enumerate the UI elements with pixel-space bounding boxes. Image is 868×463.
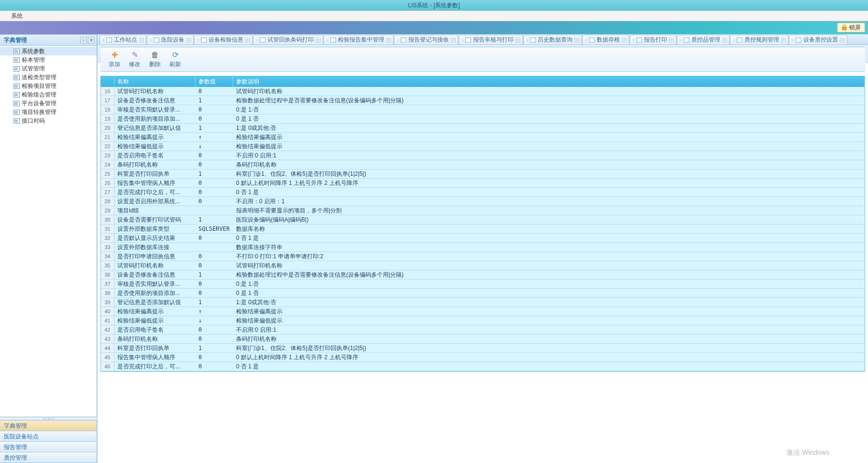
- table-row[interactable]: 25科室是否打印回执单1科室(门诊1、住院2、体检5)是否打印回执单(1|2|5…: [101, 169, 865, 179]
- accordion-item[interactable]: 医院设备站点: [0, 431, 97, 442]
- table-row[interactable]: 23是否启用电子签名0不启用:0 启用:1: [101, 151, 865, 160]
- close-icon[interactable]: ×: [245, 38, 250, 42]
- table-row[interactable]: 45报告集中管理病人顺序00 默认上机时间降序 1 上机号升序 2 上机号降序: [101, 353, 865, 362]
- row-name: 是否完成打印之后，可...: [114, 362, 196, 371]
- sidebar-item[interactable]: 系统参数: [0, 47, 97, 56]
- sidebar-item[interactable]: 项目转换管理: [0, 108, 97, 116]
- tab[interactable]: ‹检验报告集中管理×: [323, 35, 393, 44]
- table-row[interactable]: 41检验结果偏低提示↓检验结果偏低提示: [101, 316, 865, 325]
- add-button[interactable]: ✚ 添加: [104, 48, 125, 70]
- table-row[interactable]: 44科室是否打印回执单1科室(门诊1、住院2、体检5)是否打印回执单(1|2|5…: [101, 344, 865, 353]
- table-row[interactable]: 42是否启用电子签名0不启用:0 启用:1: [101, 325, 865, 335]
- window-titlebar: LIS系统 - [系统参数]: [0, 0, 868, 11]
- table-row[interactable]: 21检验结果偏高提示↑检验结果偏高提示: [101, 133, 865, 142]
- table-row[interactable]: 33设置外部数据库连接数据库连接字符串: [101, 243, 865, 252]
- edit-button[interactable]: ✎ 修改: [125, 48, 145, 70]
- tab[interactable]: ‹质控规则管理×: [730, 35, 788, 44]
- table-row[interactable]: 46是否完成打印之后，可...00 否 1 是: [101, 362, 865, 371]
- grid-header-name[interactable]: 名称: [114, 76, 196, 87]
- table-row[interactable]: 32是否默认显示历史结果00 否 1 是: [101, 234, 865, 243]
- tab[interactable]: ‹数据存根×: [582, 35, 629, 44]
- close-icon[interactable]: ×: [186, 38, 191, 42]
- table-row[interactable]: 34是否打印申请回执信息0不打印:0 打印:1 申请单申请打印:2: [101, 252, 865, 261]
- sidebar-item[interactable]: 检验组合管理: [0, 90, 97, 99]
- table-row[interactable]: 35试管码打印机名称0试管码打印机名称: [101, 261, 865, 270]
- table-row[interactable]: 43条码打印机名称0条码打印机名称: [101, 335, 865, 344]
- tab[interactable]: ‹设备检验信息×: [194, 35, 252, 44]
- tab[interactable]: ‹质控品管理×: [677, 35, 729, 44]
- table-row[interactable]: 17设备是否修改备注信息1检验数据处理过程中是否需要修改备注信息(设备编码多个用…: [101, 96, 865, 105]
- close-icon[interactable]: ×: [722, 38, 727, 42]
- row-desc: 检验结果偏高提示: [233, 307, 865, 316]
- tab[interactable]: ‹设备质控设置×: [789, 35, 847, 44]
- table-row[interactable]: 20登记信息是否添加默认值11:是 0或其他:否: [101, 124, 865, 133]
- close-icon[interactable]: ×: [386, 38, 391, 42]
- row-number: 45: [101, 353, 114, 362]
- grid-header-handle: [101, 76, 114, 87]
- table-row[interactable]: 26报告集中管理病人顺序00 默认上机时间降序 1 上机号升序 2 上机号降序: [101, 179, 865, 188]
- chevron-left-icon: ‹: [103, 38, 104, 42]
- tab[interactable]: ‹报告打印×: [630, 35, 676, 44]
- row-name: 检验结果偏低提示: [114, 142, 196, 151]
- tab[interactable]: ‹报告登记与接收×: [394, 35, 458, 44]
- close-icon[interactable]: ×: [574, 38, 579, 42]
- tab[interactable]: ‹报告审核与打印×: [459, 35, 523, 44]
- close-icon[interactable]: ×: [516, 38, 520, 42]
- row-value: 0: [196, 87, 233, 96]
- collapse-down-icon[interactable]: ▾: [88, 37, 95, 43]
- close-icon[interactable]: ×: [840, 38, 845, 42]
- table-row[interactable]: 38是否使用新的项目添加...00 是 1 否: [101, 289, 865, 298]
- collapse-left-icon[interactable]: ‹: [80, 37, 87, 43]
- accordion-item[interactable]: 质控管理: [0, 452, 97, 463]
- sidebar-item[interactable]: 标本管理: [0, 56, 97, 64]
- row-name: 是否完成打印之后，可...: [114, 188, 196, 196]
- grid-body[interactable]: 16试管码打印机名称0试管码打印机名称17设备是否修改备注信息1检验数据处理过程…: [101, 87, 865, 371]
- table-row[interactable]: 36设备是否修改备注信息1检验数据处理过程中是否需要修改备注信息(设备编码多个用…: [101, 270, 865, 280]
- chevron-left-icon: ‹: [197, 38, 199, 42]
- row-value: SQLSERVER: [196, 224, 233, 233]
- lock-screen-button[interactable]: 锁屏: [837, 23, 865, 32]
- menu-system[interactable]: 系统: [7, 13, 27, 19]
- sidebar-item[interactable]: 送检类型管理: [0, 73, 97, 82]
- close-icon[interactable]: ×: [139, 38, 144, 42]
- refresh-button[interactable]: ⟳ 刷新: [165, 48, 185, 70]
- sidebar-item[interactable]: 接口对码: [0, 116, 97, 125]
- tab[interactable]: ‹工作站点×: [99, 35, 146, 44]
- table-row[interactable]: 29项目id组报表明细不需要显示的项目，多个用|分割: [101, 206, 865, 215]
- tab[interactable]: ‹试管回执条码打印×: [253, 35, 323, 44]
- close-icon[interactable]: ×: [781, 38, 786, 42]
- accordion-item[interactable]: 报告管理: [0, 442, 97, 452]
- sidebar-item[interactable]: 检验项目管理: [0, 82, 97, 90]
- sidebar-item[interactable]: 平台设备管理: [0, 99, 97, 108]
- table-row[interactable]: 31设置外部数据库类型SQLSERVER数据库名称: [101, 224, 865, 234]
- table-row[interactable]: 39登记信息是否添加默认值11:是 0或其他:否: [101, 298, 865, 307]
- document-icon: [14, 110, 20, 115]
- table-row[interactable]: 22检验结果偏低提示↓检验结果偏低提示: [101, 142, 865, 151]
- table-row[interactable]: 28设置是否启用外部系统...0不启用：0 启用：1: [101, 197, 865, 206]
- close-icon[interactable]: ×: [622, 38, 627, 42]
- table-row[interactable]: 40检验结果偏高提示↑检验结果偏高提示: [101, 307, 865, 316]
- table-row[interactable]: 30设备是否需要打印试管码1医院设备编码(编码A|编码B|): [101, 215, 865, 224]
- row-number: 24: [101, 160, 114, 169]
- table-row[interactable]: 27是否完成打印之后，可...00 否 1 是: [101, 188, 865, 197]
- table-row[interactable]: 19是否使用新的项目添加...00 是 1 否: [101, 114, 865, 124]
- tab[interactable]: ‹医院设备×: [147, 35, 194, 44]
- tab-label: 工作站点: [114, 36, 137, 44]
- delete-button[interactable]: 🗑 删除: [145, 48, 165, 70]
- sidebar-item[interactable]: 试管管理: [0, 64, 97, 73]
- grid-header-value[interactable]: 参数值: [196, 76, 233, 87]
- table-row[interactable]: 16试管码打印机名称0试管码打印机名称: [101, 87, 865, 96]
- row-number: 30: [101, 215, 114, 224]
- accordion-item[interactable]: 字典管理: [0, 421, 97, 431]
- grid-header-desc[interactable]: 参数说明: [233, 76, 865, 87]
- close-icon[interactable]: ×: [451, 38, 456, 42]
- row-number: 44: [101, 344, 114, 352]
- close-icon[interactable]: ×: [316, 38, 321, 42]
- tab[interactable]: ‹历史数据查询×: [523, 35, 582, 44]
- chevron-left-icon: ‹: [397, 38, 399, 42]
- table-row[interactable]: 18审核是否实用默认登录...00:是 1:否: [101, 105, 865, 114]
- table-row[interactable]: 24条码打印机名称0条码打印机名称: [101, 160, 865, 169]
- table-row[interactable]: 37审核是否实用默认登录...00:是 1:否: [101, 280, 865, 289]
- row-number: 42: [101, 325, 114, 334]
- close-icon[interactable]: ×: [669, 38, 674, 42]
